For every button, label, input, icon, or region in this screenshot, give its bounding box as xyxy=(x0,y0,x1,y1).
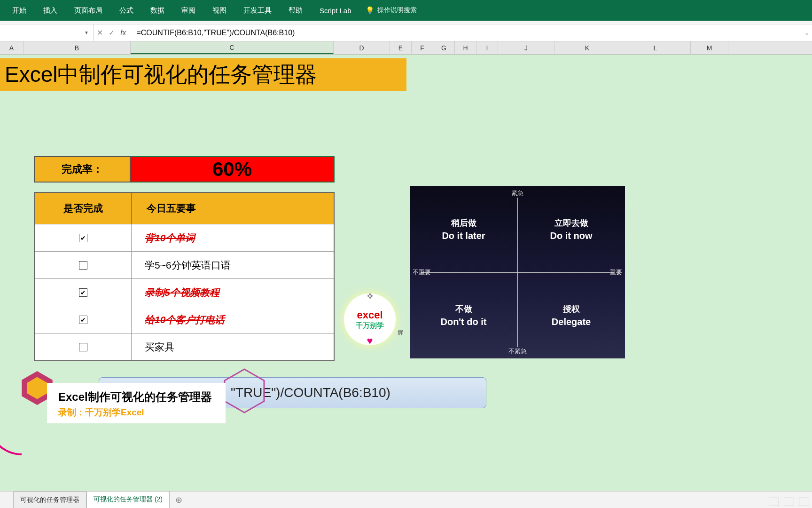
col-header-b[interactable]: B xyxy=(23,41,131,54)
task-text: 录制5个视频教程 xyxy=(132,279,334,306)
lightbulb-icon: 💡 xyxy=(366,6,375,15)
heart-icon: ♥ xyxy=(367,335,373,347)
task-header-task: 今日五要事 xyxy=(132,193,334,224)
ribbon-tab-home[interactable]: 开始 xyxy=(4,0,35,21)
col-header-j[interactable]: J xyxy=(498,41,554,54)
col-header-f[interactable]: F xyxy=(412,41,433,54)
caption-subtitle: 录制：千万别学Excel xyxy=(58,406,214,419)
view-pagelayout-icon[interactable] xyxy=(784,498,794,506)
task-row: 买家具 xyxy=(35,333,334,360)
ribbon-tab-developer[interactable]: 开发工具 xyxy=(235,0,280,21)
col-header-k[interactable]: K xyxy=(554,41,620,54)
tell-me-label: 操作说明搜索 xyxy=(377,6,417,15)
ribbon-tab-scriptlab[interactable]: Script Lab xyxy=(311,0,360,21)
view-normal-icon[interactable] xyxy=(769,498,779,506)
move-icon: ✥ xyxy=(367,292,373,301)
ribbon-tab-formulas[interactable]: 公式 xyxy=(111,0,142,21)
chevron-down-icon[interactable]: ▼ xyxy=(84,30,89,35)
completion-label: 完成率： xyxy=(34,156,131,183)
sticker-text2: 千万别学 xyxy=(356,321,384,330)
fx-icon[interactable]: fx xyxy=(120,29,126,37)
add-sheet-button[interactable]: ⊕ xyxy=(170,492,188,508)
sheet-tab-2[interactable]: 可视化的任务管理器 (2) xyxy=(86,491,170,508)
ribbon: 开始 插入 页面布局 公式 数据 审阅 视图 开发工具 帮助 Script La… xyxy=(0,0,812,21)
cancel-icon[interactable]: ✕ xyxy=(97,28,103,37)
watermark-sticker[interactable]: ✥ excel 千万别学 ♥ 辉 xyxy=(339,289,400,350)
quadrant-q1: 稍后做Do it later xyxy=(410,186,517,272)
name-box[interactable]: ▼ xyxy=(0,24,94,41)
task-row: ✔ 给10个客户打电话 xyxy=(35,306,334,333)
priority-quadrant-image[interactable]: 紧急 不紧急 不重要 重要 稍后做Do it later 立即去做Do it n… xyxy=(410,186,625,358)
col-header-e[interactable]: E xyxy=(390,41,412,54)
task-text: 学5~6分钟英语口语 xyxy=(132,252,334,278)
task-table-header: 是否完成 今日五要事 xyxy=(35,193,334,224)
task-checkbox[interactable]: ✔ xyxy=(79,316,87,324)
col-header-l[interactable]: L xyxy=(620,41,691,54)
worksheet-area[interactable]: Excel中制作可视化的任务管理器 完成率： 60% 是否完成 今日五要事 ✔ … xyxy=(0,55,812,506)
col-header-c[interactable]: C xyxy=(131,41,334,54)
task-checkbox[interactable]: ✔ xyxy=(79,234,87,242)
confirm-icon[interactable]: ✓ xyxy=(109,28,115,37)
task-checkbox[interactable]: ✔ xyxy=(79,288,87,297)
task-text: 背10个单词 xyxy=(132,224,334,251)
ribbon-tab-help[interactable]: 帮助 xyxy=(280,0,311,21)
ribbon-tab-insert[interactable]: 插入 xyxy=(35,0,66,21)
task-row: 学5~6分钟英语口语 xyxy=(35,251,334,278)
sheet-tabs-bar: 可视化的任务管理器 可视化的任务管理器 (2) ⊕ xyxy=(0,491,812,508)
sticker-side-text: 辉 xyxy=(398,329,403,337)
sheet-tab-1[interactable]: 可视化的任务管理器 xyxy=(13,492,86,508)
formula-bar: ▼ ✕ ✓ fx =COUNTIF(B6:B10,"TRUE")/COUNTA(… xyxy=(0,24,812,41)
col-header-h[interactable]: H xyxy=(455,41,476,54)
quadrant-q3: 不做Don't do it xyxy=(410,272,517,358)
status-bar-right xyxy=(769,498,809,506)
column-headers: A B C D E F G H I J K L M xyxy=(0,41,812,55)
task-row: ✔ 背10个单词 xyxy=(35,224,334,251)
quadrant-q2: 立即去做Do it now xyxy=(517,186,625,272)
page-title: Excel中制作可视化的任务管理器 xyxy=(0,58,406,91)
caption-box: Excel制作可视化的任务管理器 录制：千万别学Excel xyxy=(47,383,226,423)
completion-row: 完成率： 60% xyxy=(34,156,335,183)
tell-me-search[interactable]: 💡 操作说明搜索 xyxy=(366,6,417,15)
col-header-a[interactable]: A xyxy=(0,41,23,54)
task-text: 买家具 xyxy=(132,333,334,360)
completion-value-cell[interactable]: 60% xyxy=(131,156,335,183)
expand-formula-icon[interactable]: ⌄ xyxy=(801,24,812,41)
sticker-text1: excel xyxy=(357,309,383,321)
ribbon-tab-view[interactable]: 视图 xyxy=(204,0,235,21)
task-header-done: 是否完成 xyxy=(35,193,132,224)
col-header-i[interactable]: I xyxy=(476,41,498,54)
col-header-g[interactable]: G xyxy=(433,41,455,54)
task-table: 是否完成 今日五要事 ✔ 背10个单词 学5~6分钟英语口语 ✔ 录制5个视频教… xyxy=(34,192,335,361)
task-checkbox[interactable] xyxy=(79,343,87,351)
formula-input[interactable]: =COUNTIF(B6:B10,"TRUE")/COUNTA(B6:B10) xyxy=(132,24,801,41)
view-pagebreak-icon[interactable] xyxy=(799,498,809,506)
ribbon-tab-data[interactable]: 数据 xyxy=(142,0,173,21)
task-text: 给10个客户打电话 xyxy=(132,306,334,333)
col-header-d[interactable]: D xyxy=(334,41,390,54)
svg-marker-0 xyxy=(225,369,264,413)
task-row: ✔ 录制5个视频教程 xyxy=(35,278,334,306)
col-header-m[interactable]: M xyxy=(691,41,728,54)
ribbon-spacer xyxy=(0,21,812,24)
ribbon-tab-review[interactable]: 审阅 xyxy=(173,0,204,21)
ribbon-tab-pagelayout[interactable]: 页面布局 xyxy=(66,0,111,21)
task-checkbox[interactable] xyxy=(79,261,87,270)
formula-buttons: ✕ ✓ fx xyxy=(94,24,132,41)
quadrant-q4: 授权Delegate xyxy=(517,272,625,358)
caption-title: Excel制作可视化的任务管理器 xyxy=(58,389,214,405)
